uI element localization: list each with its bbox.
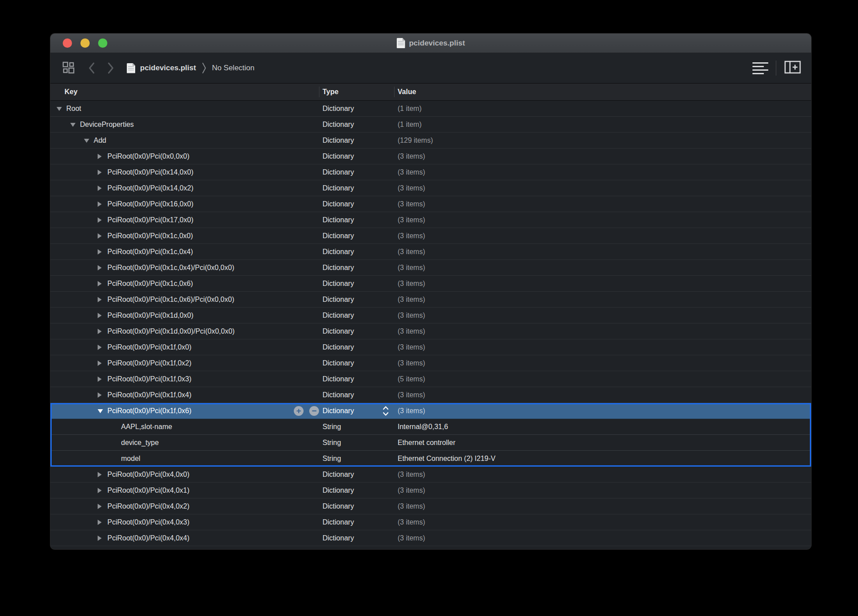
add-row-button[interactable]: + (294, 406, 304, 416)
column-divider[interactable] (394, 87, 395, 97)
disclosure-collapsed-icon[interactable] (98, 361, 102, 366)
table-row[interactable]: PciRoot(0x0)/Pci(0x1d,0x0)Dictionary(3 i… (50, 308, 811, 323)
window-title-group: pcidevices.plist (397, 38, 465, 48)
row-key: PciRoot(0x0)/Pci(0x14,0x2) (107, 184, 194, 192)
row-key: DeviceProperties (80, 121, 134, 129)
table-row[interactable]: PciRoot(0x0)/Pci(0x1f,0x0)Dictionary(3 i… (50, 339, 811, 355)
table-row[interactable]: PciRoot(0x0)/Pci(0x14,0x0)Dictionary(3 i… (50, 164, 811, 180)
breadcrumb-file[interactable]: pcidevices.plist (140, 64, 196, 72)
disclosure-expanded-icon[interactable] (57, 107, 62, 111)
table-row[interactable]: PciRoot(0x0)/Pci(0x4,0x2)Dictionary(3 it… (50, 498, 811, 514)
disclosure-collapsed-icon[interactable] (98, 170, 102, 175)
disclosure-expanded-icon[interactable] (70, 123, 76, 127)
table-row[interactable]: AAPL,slot-nameStringInternal@0,31,6 (50, 419, 811, 435)
row-key: PciRoot(0x0)/Pci(0x4,0x4) (107, 534, 190, 542)
row-type: Dictionary (323, 168, 354, 176)
disclosure-collapsed-icon[interactable] (98, 249, 102, 255)
close-button[interactable] (63, 38, 72, 48)
row-key: Root (66, 105, 81, 113)
disclosure-collapsed-icon[interactable] (98, 520, 102, 525)
plist-file-icon (127, 63, 135, 73)
table-row[interactable]: PciRoot(0x0)/Pci(0x1c,0x4)Dictionary(3 i… (50, 244, 811, 260)
disclosure-expanded-icon[interactable] (84, 139, 89, 143)
row-type: Dictionary (323, 375, 354, 383)
table-row[interactable]: PciRoot(0x0)/Pci(0x1c,0x6)Dictionary(3 i… (50, 276, 811, 292)
table-row[interactable]: PciRoot(0x0)/Pci(0x1f,0x4)Dictionary(3 i… (50, 387, 811, 403)
row-key: device_type (121, 439, 159, 447)
table-row[interactable]: PciRoot(0x0)/Pci(0x1d,0x0)/Pci(0x0,0x0)D… (50, 323, 811, 339)
table-row[interactable]: PciRoot(0x0)/Pci(0x17,0x0)Dictionary(3 i… (50, 212, 811, 228)
disclosure-collapsed-icon[interactable] (98, 488, 102, 493)
row-type: Dictionary (323, 327, 354, 335)
row-value: (3 items) (398, 359, 425, 367)
zoom-button[interactable] (98, 38, 107, 48)
row-value: (3 items) (398, 471, 425, 479)
disclosure-collapsed-icon[interactable] (98, 472, 102, 477)
row-key: PciRoot(0x0)/Pci(0x0,0x0) (107, 152, 190, 160)
remove-row-button[interactable]: − (309, 406, 319, 416)
row-key: PciRoot(0x0)/Pci(0x14,0x0) (107, 168, 194, 176)
table-row[interactable]: DevicePropertiesDictionary(1 item) (50, 117, 811, 133)
row-value: (3 items) (398, 343, 425, 351)
disclosure-collapsed-icon[interactable] (98, 154, 102, 159)
table-row[interactable]: AddDictionary(129 items) (50, 133, 811, 148)
row-value: (3 items) (398, 391, 425, 399)
row-key: PciRoot(0x0)/Pci(0x4,0x3) (107, 518, 190, 526)
row-key: Add (94, 137, 106, 144)
disclosure-collapsed-icon[interactable] (98, 345, 102, 350)
disclosure-collapsed-icon[interactable] (98, 265, 102, 270)
row-type: Dictionary (323, 534, 354, 542)
table-row[interactable]: PciRoot(0x0)/Pci(0x1f,0x6)+−Dictionary(3… (50, 403, 811, 419)
table-row[interactable]: PciRoot(0x0)/Pci(0x4,0x5)Dictionary(3 it… (50, 546, 811, 549)
row-type: Dictionary (323, 343, 354, 351)
disclosure-collapsed-icon[interactable] (98, 281, 102, 286)
disclosure-collapsed-icon[interactable] (98, 313, 102, 318)
disclosure-collapsed-icon[interactable] (98, 392, 102, 398)
disclosure-collapsed-icon[interactable] (98, 297, 102, 302)
disclosure-expanded-icon[interactable] (98, 409, 103, 413)
type-stepper-icon[interactable] (383, 405, 389, 417)
row-type: Dictionary (323, 407, 354, 415)
row-type: Dictionary (323, 248, 354, 256)
table-row[interactable]: PciRoot(0x0)/Pci(0x1c,0x6)/Pci(0x0,0x0)D… (50, 292, 811, 308)
table-row[interactable]: modelStringEthernet Connection (2) I219-… (50, 451, 811, 467)
title-bar[interactable]: pcidevices.plist (50, 34, 811, 53)
row-value: (129 items) (398, 137, 433, 144)
minimize-button[interactable] (80, 38, 90, 48)
column-header-key[interactable]: Key (65, 88, 77, 96)
forward-chevron-icon[interactable] (107, 62, 114, 74)
disclosure-collapsed-icon[interactable] (98, 233, 102, 239)
table-row[interactable]: PciRoot(0x0)/Pci(0x4,0x4)Dictionary(3 it… (50, 530, 811, 546)
table-row[interactable]: PciRoot(0x0)/Pci(0x1c,0x4)/Pci(0x0,0x0)D… (50, 260, 811, 276)
disclosure-collapsed-icon[interactable] (98, 186, 102, 191)
column-header-type[interactable]: Type (323, 88, 338, 96)
table-row[interactable]: PciRoot(0x0)/Pci(0x16,0x0)Dictionary(3 i… (50, 196, 811, 212)
table-row[interactable]: device_typeStringEthernet controller (50, 435, 811, 451)
back-chevron-icon[interactable] (88, 62, 95, 74)
disclosure-collapsed-icon[interactable] (98, 536, 102, 541)
editor-list-icon[interactable] (752, 62, 768, 74)
breadcrumb-selection[interactable]: No Selection (212, 64, 254, 72)
table-row[interactable]: PciRoot(0x0)/Pci(0x1c,0x0)Dictionary(3 i… (50, 228, 811, 244)
disclosure-collapsed-icon[interactable] (98, 329, 102, 334)
table-row[interactable]: PciRoot(0x0)/Pci(0x4,0x0)Dictionary(3 it… (50, 467, 811, 483)
add-editor-icon[interactable] (784, 60, 801, 76)
disclosure-collapsed-icon[interactable] (98, 217, 102, 223)
table-row[interactable]: PciRoot(0x0)/Pci(0x0,0x0)Dictionary(3 it… (50, 148, 811, 164)
table-row[interactable]: PciRoot(0x0)/Pci(0x1f,0x2)Dictionary(3 i… (50, 355, 811, 371)
row-key: PciRoot(0x0)/Pci(0x1c,0x6) (107, 280, 193, 288)
row-key: PciRoot(0x0)/Pci(0x1c,0x6)/Pci(0x0,0x0) (107, 296, 234, 304)
column-header-value[interactable]: Value (398, 88, 416, 96)
table-row[interactable]: PciRoot(0x0)/Pci(0x1f,0x3)Dictionary(5 i… (50, 371, 811, 387)
table-row[interactable]: PciRoot(0x0)/Pci(0x14,0x2)Dictionary(3 i… (50, 180, 811, 196)
table-row[interactable]: PciRoot(0x0)/Pci(0x4,0x3)Dictionary(3 it… (50, 514, 811, 530)
table-row[interactable]: RootDictionary(1 item) (50, 101, 811, 117)
row-type: Dictionary (323, 391, 354, 399)
table-row[interactable]: PciRoot(0x0)/Pci(0x4,0x1)Dictionary(3 it… (50, 483, 811, 498)
traffic-lights (63, 34, 107, 53)
disclosure-collapsed-icon[interactable] (98, 504, 102, 509)
column-divider[interactable] (319, 87, 319, 97)
disclosure-collapsed-icon[interactable] (98, 376, 102, 382)
disclosure-collapsed-icon[interactable] (98, 202, 102, 207)
related-items-icon[interactable] (62, 61, 76, 75)
